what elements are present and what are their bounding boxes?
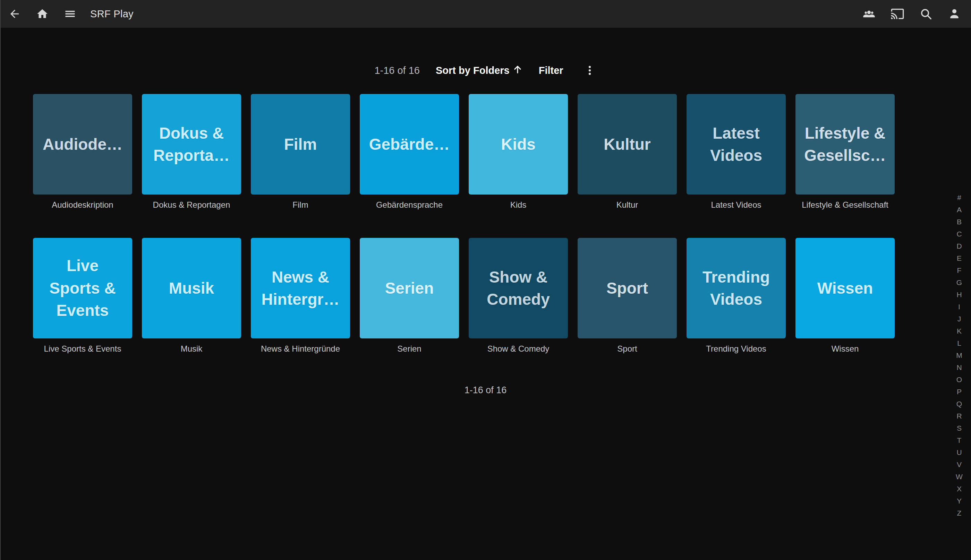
alphabet-letter[interactable]: K <box>952 325 966 337</box>
folder-tile[interactable]: Lifestyle & Gesellsc… Lifestyle & Gesell… <box>796 94 895 210</box>
back-arrow-icon <box>8 8 21 20</box>
folder-tile-art: Show & Comedy <box>469 238 568 338</box>
folder-tile-label: Sport <box>577 344 677 354</box>
folder-tile-label: Live Sports & Events <box>33 344 132 354</box>
alphabet-letter[interactable]: W <box>952 470 966 483</box>
folder-tile-art: Sport <box>577 238 677 338</box>
library-page: 1-16 of 16 Sort by Folders Filter Audiod… <box>0 63 971 396</box>
alphabet-letter[interactable]: U <box>952 446 966 458</box>
alphabet-letter[interactable]: D <box>952 240 966 252</box>
folder-tile[interactable]: Kids Kids <box>469 94 568 210</box>
item-count: 1-16 of 16 <box>374 65 420 76</box>
alphabet-letter[interactable]: # <box>952 192 966 203</box>
user-button[interactable] <box>948 7 961 21</box>
alphabet-letter[interactable]: J <box>952 313 966 325</box>
folder-tile-label: Film <box>251 200 350 210</box>
folder-tile-art: Gebärde… <box>360 94 459 195</box>
folder-tile-art: Film <box>251 94 350 195</box>
folder-tile[interactable]: Show & Comedy Show & Comedy <box>469 238 568 354</box>
folder-tile-title: Wissen <box>814 277 877 299</box>
group-people-icon <box>862 7 876 21</box>
sort-filter-row: 1-16 of 16 Sort by Folders Filter <box>0 63 971 77</box>
alphabet-letter[interactable]: M <box>952 349 966 361</box>
folder-tile-art: Latest Videos <box>687 94 786 195</box>
folder-tile-title: Dokus & Reporta… <box>150 122 233 167</box>
more-menu-button[interactable] <box>583 63 597 77</box>
folder-tile[interactable]: Gebärde… Gebärdensprache <box>360 94 459 210</box>
folder-tile-label: Kultur <box>577 200 677 210</box>
folder-tile-title: Sport <box>603 277 651 299</box>
menu-button[interactable] <box>63 7 77 21</box>
alphabet-letter[interactable]: Q <box>952 398 966 410</box>
folder-tile[interactable]: Film Film <box>251 94 350 210</box>
sort-arrow-up-icon <box>512 64 523 77</box>
alphabet-letter[interactable]: F <box>952 264 966 277</box>
folder-tile-title: Live Sports & Events <box>46 255 119 322</box>
folder-tile[interactable]: Live Sports & Events Live Sports & Event… <box>33 238 132 354</box>
folder-tile-label: Dokus & Reportagen <box>142 200 241 210</box>
alphabet-letter[interactable]: I <box>952 301 966 313</box>
home-button[interactable] <box>35 7 49 21</box>
alphabet-letter[interactable]: R <box>952 410 966 422</box>
folder-tile-title: Latest Videos <box>707 122 766 167</box>
folder-tile-title: Serien <box>382 277 437 299</box>
alphabet-letter[interactable]: O <box>952 373 966 386</box>
alphabet-letter[interactable]: G <box>952 277 966 288</box>
folder-tile-title: Lifestyle & Gesellsc… <box>801 122 889 167</box>
folder-tile-title: Kids <box>497 133 539 155</box>
folder-tile[interactable]: Trending Videos Trending Videos <box>687 238 786 354</box>
app-bar-right <box>862 7 963 21</box>
hamburger-menu-icon <box>64 8 76 20</box>
folder-tile-label: Latest Videos <box>687 200 786 210</box>
alphabet-letter[interactable]: N <box>952 361 966 373</box>
alphabet-letter[interactable]: C <box>952 228 966 240</box>
alphabet-letter[interactable]: A <box>952 203 966 216</box>
cast-icon <box>891 7 904 21</box>
filter-button[interactable]: Filter <box>539 65 563 76</box>
alphabet-letter[interactable]: Y <box>952 495 966 507</box>
syncplay-button[interactable] <box>862 7 876 21</box>
folder-tile-title: Gebärde… <box>365 133 454 155</box>
folder-tile-title: Film <box>281 133 320 155</box>
folder-tile[interactable]: Serien Serien <box>360 238 459 354</box>
page-title: SRF Play <box>90 8 133 20</box>
alphabet-letter[interactable]: P <box>952 386 966 398</box>
folder-tile[interactable]: Sport Sport <box>577 238 677 354</box>
folder-tile-title: Audiode… <box>39 133 126 155</box>
folder-tile-label: Gebärdensprache <box>360 200 459 210</box>
folder-tile-art: Live Sports & Events <box>33 238 132 338</box>
folder-tile[interactable]: Latest Videos Latest Videos <box>687 94 786 210</box>
folder-tile-art: Audiode… <box>33 94 132 195</box>
folder-tile-label: Serien <box>360 344 459 354</box>
search-button[interactable] <box>919 7 933 21</box>
alphabet-letter[interactable]: B <box>952 216 966 228</box>
back-button[interactable] <box>8 7 22 21</box>
folder-tile-art: Wissen <box>796 238 895 338</box>
folder-tile[interactable]: Wissen Wissen <box>796 238 895 354</box>
alphabet-letter[interactable]: V <box>952 458 966 470</box>
alphabet-letter[interactable]: X <box>952 483 966 495</box>
folder-tile-label: Trending Videos <box>687 344 786 354</box>
footer-item-count: 1-16 of 16 <box>0 385 971 396</box>
alphabet-letter[interactable]: H <box>952 288 966 301</box>
sort-button[interactable]: Sort by Folders <box>436 64 523 77</box>
alphabet-letter[interactable]: L <box>952 337 966 349</box>
alphabet-letter[interactable]: E <box>952 252 966 264</box>
sort-button-label: Sort by Folders <box>436 65 510 76</box>
folder-tile-art: Lifestyle & Gesellsc… <box>796 94 895 195</box>
alphabet-picker: # A B C D E F G H I J K L M N O P Q R S … <box>952 192 966 519</box>
alphabet-letter[interactable]: S <box>952 422 966 434</box>
alphabet-letter[interactable]: Z <box>952 507 966 519</box>
folder-tile[interactable]: Dokus & Reporta… Dokus & Reportagen <box>142 94 241 210</box>
folder-tile[interactable]: News & Hintergr… News & Hintergründe <box>251 238 350 354</box>
folder-tile[interactable]: Kultur Kultur <box>577 94 677 210</box>
folder-tile-label: Lifestyle & Gesellschaft <box>796 200 895 210</box>
folder-tile-art: Musik <box>142 238 241 338</box>
alphabet-letter[interactable]: T <box>952 434 966 446</box>
folder-tile[interactable]: Musik Musik <box>142 238 241 354</box>
folder-tile-title: Trending Videos <box>699 266 773 311</box>
user-icon <box>948 7 961 20</box>
app-bar-left <box>8 7 77 21</box>
folder-tile[interactable]: Audiode… Audiodeskription <box>33 94 132 210</box>
cast-button[interactable] <box>891 7 904 21</box>
